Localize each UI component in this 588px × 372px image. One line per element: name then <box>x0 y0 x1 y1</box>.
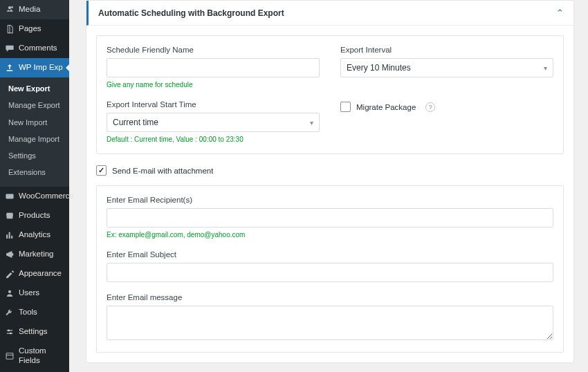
start-time-hint: Default : Current time, Value : 00:00 to… <box>107 136 320 144</box>
message-label: Enter Email message <box>107 293 553 301</box>
sidebar-item-label: WP Imp Exp <box>19 63 63 73</box>
sidebar-item-label: Marketing <box>19 250 54 259</box>
message-input[interactable] <box>107 306 553 340</box>
caret-down-icon: ▾ <box>310 119 313 127</box>
panel-header[interactable]: Automatic Scheduling with Background Exp… <box>86 1 573 26</box>
recipients-input[interactable] <box>107 208 553 227</box>
sidebar-item-label: Comments <box>19 44 57 53</box>
submenu-new-export[interactable]: New Export <box>0 80 69 97</box>
migrate-package-checkbox[interactable] <box>340 102 351 112</box>
svg-point-2 <box>8 329 10 331</box>
sidebar-item-analytics[interactable]: Analytics <box>0 225 69 245</box>
analytics-icon <box>5 230 15 240</box>
admin-sidebar: Media Pages Comments WP Imp Exp New Expo… <box>0 0 69 372</box>
sidebar-item-label: Settings <box>19 327 48 337</box>
scheduling-panel: Automatic Scheduling with Background Exp… <box>86 0 574 363</box>
products-icon <box>5 211 15 221</box>
settings-icon <box>5 327 15 337</box>
subject-label: Enter Email Subject <box>107 250 553 259</box>
export-interval-select[interactable]: Every 10 Minutes ▾ <box>340 58 553 77</box>
sidebar-item-comments[interactable]: Comments <box>0 39 69 58</box>
sidebar-item-media[interactable]: Media <box>0 0 69 19</box>
export-interval-value: Every 10 Minutes <box>347 63 411 73</box>
send-email-row: Send E-mail with attachment <box>96 165 564 176</box>
subject-input[interactable] <box>107 263 553 282</box>
send-email-label: Send E-mail with attachment <box>112 167 213 175</box>
start-time-value: Current time <box>113 118 158 127</box>
migrate-package-label: Migrate Package <box>356 103 416 111</box>
sidebar-item-settings[interactable]: Settings <box>0 322 69 342</box>
sidebar-submenu: New Export Manage Export New Import Mana… <box>0 77 69 187</box>
submenu-settings[interactable]: Settings <box>0 147 69 164</box>
woocommerce-icon <box>5 192 15 201</box>
sidebar-item-users[interactable]: Users <box>0 283 69 303</box>
sidebar-item-label: Products <box>19 211 50 221</box>
help-icon[interactable]: ? <box>425 102 435 112</box>
sidebar-item-pages[interactable]: Pages <box>0 19 69 39</box>
sidebar-item-woocommerce[interactable]: WooCommerce <box>0 187 69 206</box>
sidebar-item-appearance[interactable]: Appearance <box>0 264 69 283</box>
recipients-label: Enter Email Recipient(s) <box>107 196 553 204</box>
sidebar-item-label: Tools <box>19 308 37 317</box>
send-email-checkbox[interactable] <box>96 165 107 176</box>
marketing-icon <box>5 250 15 259</box>
svg-rect-4 <box>6 353 13 358</box>
main-content: Automatic Scheduling with Background Exp… <box>69 0 588 372</box>
comments-icon <box>5 44 15 53</box>
sidebar-item-label: Custom Fields <box>19 346 64 366</box>
export-interval-label: Export Interval <box>340 46 553 54</box>
media-icon <box>5 5 15 15</box>
start-time-label: Export Interval Start Time <box>107 100 320 109</box>
svg-rect-0 <box>6 194 13 198</box>
sidebar-item-marketing[interactable]: Marketing <box>0 245 69 264</box>
sidebar-item-custom-fields[interactable]: Custom Fields <box>0 342 69 371</box>
schedule-name-hint: Give any name for schedule <box>107 81 320 89</box>
sidebar-item-label: Users <box>19 288 39 298</box>
sidebar-item-label: Appearance <box>19 269 62 279</box>
start-time-select[interactable]: Current time ▾ <box>107 113 320 132</box>
sidebar-item-label: Pages <box>19 24 42 34</box>
sidebar-item-label: Analytics <box>19 230 50 240</box>
sidebar-item-wp-imp-exp[interactable]: WP Imp Exp <box>0 58 69 77</box>
schedule-name-input[interactable] <box>107 58 320 77</box>
panel-body: Schedule Friendly Name Give any name for… <box>86 26 573 362</box>
recipients-hint: Ex: example@gmail.com, demo@yahoo.com <box>107 231 553 239</box>
pages-icon <box>5 24 15 34</box>
sidebar-item-tools[interactable]: Tools <box>0 303 69 322</box>
tools-icon <box>5 308 15 317</box>
svg-point-3 <box>10 332 12 334</box>
panel-title: Automatic Scheduling with Background Exp… <box>98 8 284 18</box>
sidebar-item-products[interactable]: Products <box>0 206 69 225</box>
svg-point-1 <box>8 290 11 293</box>
submenu-new-import[interactable]: New Import <box>0 114 69 131</box>
users-icon <box>5 288 15 298</box>
submenu-manage-export[interactable]: Manage Export <box>0 97 69 113</box>
chevron-up-icon: ⌃ <box>556 8 564 18</box>
sidebar-item-label: WooCommerce <box>19 192 74 201</box>
custom-fields-icon <box>5 351 15 361</box>
impexp-icon <box>5 63 15 73</box>
appearance-icon <box>5 269 15 279</box>
caret-down-icon: ▾ <box>544 64 547 72</box>
submenu-manage-import[interactable]: Manage Import <box>0 131 69 147</box>
email-card: Enter Email Recipient(s) Ex: example@gma… <box>96 185 564 353</box>
sidebar-item-label: Media <box>19 5 40 15</box>
submenu-extensions[interactable]: Extensions <box>0 164 69 180</box>
schedule-card: Schedule Friendly Name Give any name for… <box>96 35 564 154</box>
schedule-name-label: Schedule Friendly Name <box>107 46 320 54</box>
